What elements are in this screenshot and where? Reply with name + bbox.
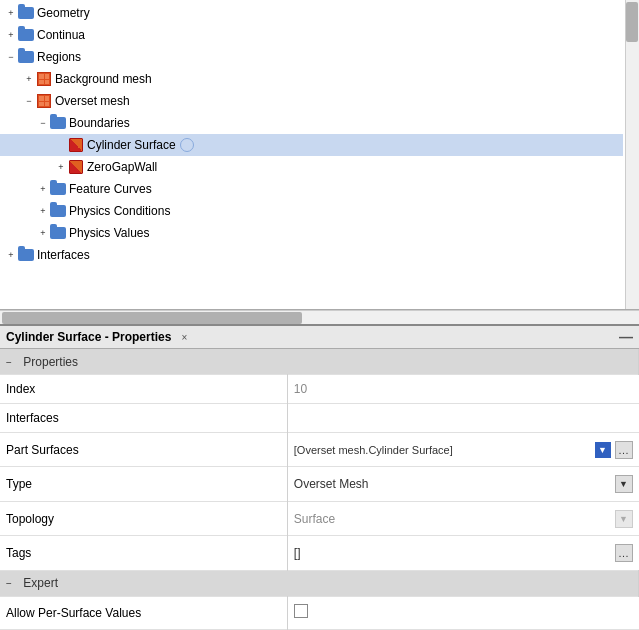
expander-geometry[interactable]: + — [4, 6, 18, 20]
folder-icon-geometry — [18, 5, 34, 21]
properties-close-button[interactable]: × — [177, 330, 191, 344]
props-title-left: Cylinder Surface - Properties × — [6, 330, 191, 344]
value-tags: [] … — [287, 536, 638, 570]
label-boundaries: Boundaries — [69, 116, 130, 130]
expander-interfaces[interactable]: + — [4, 248, 18, 262]
label-cylinder-surface: Cylinder Surface — [87, 138, 176, 152]
row-topology: Topology Surface ▼ — [0, 501, 639, 535]
tree-h-scrollbar[interactable] — [0, 310, 639, 324]
type-container: Overset Mesh ▼ — [294, 475, 633, 493]
label-allow-per-surface: Allow Per-Surface Values — [0, 596, 287, 629]
label-topology: Topology — [0, 501, 287, 535]
label-zerogapwall: ZeroGapWall — [87, 160, 157, 174]
section-header-properties: − Properties — [0, 349, 639, 375]
label-background-mesh: Background mesh — [55, 72, 152, 86]
label-physics-values: Physics Values — [69, 226, 149, 240]
expander-regions[interactable]: − — [4, 50, 18, 64]
properties-panel: Cylinder Surface - Properties × — − Prop… — [0, 324, 639, 630]
dropdown-button-type[interactable]: ▼ — [615, 475, 633, 493]
checkbox-allow-per-surface[interactable] — [294, 604, 308, 618]
expander-feature-curves[interactable]: + — [36, 182, 50, 196]
tree-item-physics-conditions[interactable]: + Physics Conditions — [0, 200, 623, 222]
tree-panel: + Geometry + Continua − Regions + — [0, 0, 639, 310]
edit-indicator-cylinder — [180, 138, 194, 152]
expander-zerogapwall[interactable]: + — [54, 160, 68, 174]
tree-item-background-mesh[interactable]: + Background mesh — [0, 68, 623, 90]
expander-physics-values[interactable]: + — [36, 226, 50, 240]
expander-overset-mesh[interactable]: − — [22, 94, 36, 108]
filter-button[interactable]: ▼ — [595, 442, 611, 458]
section-header-expert-cell: − Expert — [0, 570, 639, 596]
properties-minimize-button[interactable]: — — [619, 330, 633, 344]
label-overset-mesh: Overset mesh — [55, 94, 130, 108]
folder-icon-continua — [18, 27, 34, 43]
tree-item-geometry[interactable]: + Geometry — [0, 2, 623, 24]
boundary-icon-cylinder — [68, 137, 84, 153]
expander-physics-conditions[interactable]: + — [36, 204, 50, 218]
section-header-properties-cell: − Properties — [0, 349, 639, 375]
folder-icon-regions — [18, 49, 34, 65]
tree-item-cylinder-surface[interactable]: Cylinder Surface — [0, 134, 623, 156]
folder-icon-boundaries — [50, 115, 66, 131]
boundary-icon-zerogap — [68, 159, 84, 175]
value-part-surfaces: [Overset mesh.Cylinder Surface] ▼ … — [287, 432, 638, 466]
type-text: Overset Mesh — [294, 477, 611, 491]
folder-icon-physics-values — [50, 225, 66, 241]
value-type: Overset Mesh ▼ — [287, 467, 638, 501]
label-regions: Regions — [37, 50, 81, 64]
section-toggle-properties[interactable]: − — [6, 357, 20, 368]
section-label-expert: Expert — [23, 576, 58, 590]
value-index: 10 — [287, 375, 638, 404]
folder-icon-feature-curves — [50, 181, 66, 197]
expander-background-mesh[interactable]: + — [22, 72, 36, 86]
row-tags: Tags [] … — [0, 536, 639, 570]
tree-item-continua[interactable]: + Continua — [0, 24, 623, 46]
dropdown-button-topology[interactable]: ▼ — [615, 510, 633, 528]
properties-titlebar: Cylinder Surface - Properties × — — [0, 326, 639, 349]
folder-icon-physics-conditions — [50, 203, 66, 219]
tree-scrollbar-thumb[interactable] — [626, 2, 638, 42]
label-geometry: Geometry — [37, 6, 90, 20]
tree-item-boundaries[interactable]: − Boundaries — [0, 112, 623, 134]
tree-item-interfaces[interactable]: + Interfaces — [0, 244, 623, 266]
tags-text: [] — [294, 546, 611, 560]
mesh-icon-background — [36, 71, 52, 87]
value-allow-per-surface — [287, 596, 638, 629]
label-interfaces-prop: Interfaces — [0, 403, 287, 432]
value-topology: Surface ▼ — [287, 501, 638, 535]
row-part-surfaces: Part Surfaces [Overset mesh.Cylinder Sur… — [0, 432, 639, 466]
topology-text: Surface — [294, 512, 611, 526]
ellipsis-button-part-surfaces[interactable]: … — [615, 441, 633, 459]
expander-boundaries[interactable]: − — [36, 116, 50, 130]
label-physics-conditions: Physics Conditions — [69, 204, 170, 218]
label-index: Index — [0, 375, 287, 404]
expander-continua[interactable]: + — [4, 28, 18, 42]
tree-content: + Geometry + Continua − Regions + — [0, 0, 639, 309]
tree-scrollbar[interactable] — [625, 0, 639, 309]
tree-item-physics-values[interactable]: + Physics Values — [0, 222, 623, 244]
part-surfaces-container: [Overset mesh.Cylinder Surface] ▼ … — [294, 441, 633, 459]
index-value: 10 — [294, 382, 307, 396]
label-part-surfaces: Part Surfaces — [0, 432, 287, 466]
label-interfaces: Interfaces — [37, 248, 90, 262]
properties-table: − Properties Index 10 Interfaces Part Su… — [0, 349, 639, 630]
label-feature-curves: Feature Curves — [69, 182, 152, 196]
tree-item-feature-curves[interactable]: + Feature Curves — [0, 178, 623, 200]
value-interfaces — [287, 403, 638, 432]
topology-container: Surface ▼ — [294, 510, 633, 528]
tags-container: [] … — [294, 544, 633, 562]
mesh-icon-overset — [36, 93, 52, 109]
label-type: Type — [0, 467, 287, 501]
tree-item-regions[interactable]: − Regions — [0, 46, 623, 68]
row-interfaces: Interfaces — [0, 403, 639, 432]
tree-h-scrollbar-thumb[interactable] — [2, 312, 302, 324]
ellipsis-button-tags[interactable]: … — [615, 544, 633, 562]
section-header-expert: − Expert — [0, 570, 639, 596]
tree-item-overset-mesh[interactable]: − Overset mesh — [0, 90, 623, 112]
label-tags: Tags — [0, 536, 287, 570]
tree-item-zerogapwall[interactable]: + ZeroGapWall — [0, 156, 623, 178]
section-label-properties: Properties — [23, 355, 78, 369]
row-type: Type Overset Mesh ▼ — [0, 467, 639, 501]
section-toggle-expert[interactable]: − — [6, 578, 20, 589]
part-surface-text: [Overset mesh.Cylinder Surface] — [294, 444, 591, 456]
